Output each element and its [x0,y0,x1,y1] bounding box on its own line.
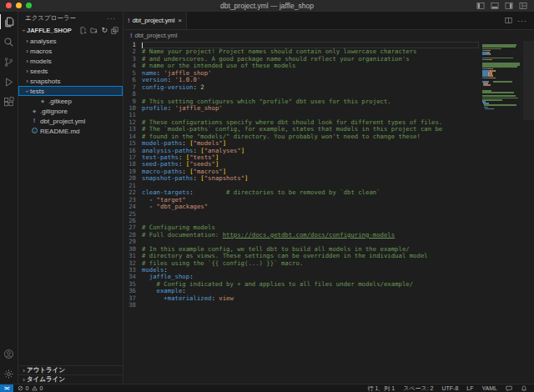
tree-item-analyses[interactable]: ›analyses [18,36,123,46]
info-file-icon: i [31,128,38,134]
line-content: - "dbt_packages" [142,204,479,210]
status-eol[interactable]: LF [466,385,473,391]
sidebar-section-label: タイムライン [27,375,65,384]
chevron-right-icon: › [21,367,27,374]
tree-item-models[interactable]: ›models [18,56,123,66]
code-lines: 12# Name your project! Project names sho… [123,42,479,309]
new-folder-icon[interactable] [90,27,98,34]
line-content: # files using the `{{ config(...) }}` ma… [142,260,479,267]
tree-item-tests[interactable]: ›tests [18,86,123,96]
more-actions-icon[interactable]: ··· [517,17,527,25]
problems-status[interactable]: 0 0 [18,385,43,391]
tree-item-label: .gitignore [40,108,68,115]
line-content: # Config indicated by + and applies to a… [142,281,479,288]
warning-icon [32,385,38,391]
status-indentation[interactable]: スペース: 2 [403,384,433,392]
sidebar-section[interactable]: ›タイムライン [18,374,123,384]
sidebar-title: エクスプローラー [25,14,76,23]
tree-item-label: analyses [30,38,57,45]
activity-explorer-icon[interactable] [0,12,18,32]
tree-item-gitignore[interactable]: ◆.gitignore [18,106,123,116]
code-line[interactable]: 24 - "dbt_packages" [123,204,479,210]
chevron-right-icon: › [21,376,27,384]
line-content [142,302,479,309]
yaml-file-icon: ! [128,17,130,24]
status-bar: >< 0 0 行 1、列 1スペース: 2UTF-8LFYAML [0,384,534,392]
toggle-panel-icon[interactable] [491,2,499,10]
error-icon [18,385,23,391]
status-cursor-position[interactable]: 行 1、列 1 [367,384,395,392]
activity-run-debug-icon[interactable] [0,72,18,92]
toggle-primary-sidebar-icon[interactable] [476,2,485,10]
tree-item-macros[interactable]: ›macros [18,46,123,56]
code-line[interactable]: 28# Full documentation: https://docs.get… [123,232,479,239]
yaml-file-icon: ! [31,118,38,124]
remote-indicator[interactable]: >< [0,384,13,392]
close-tab-icon[interactable]: × [178,17,182,24]
traffic-lights [6,3,32,8]
error-count: 0 [26,385,29,391]
tree-item-dbt-project-yml[interactable]: !dbt_project.yml [18,116,123,126]
tree-item-label: .gitkeep [48,98,72,105]
code-line[interactable]: 37 +materialized: view [123,295,479,302]
close-window-button[interactable] [6,3,12,8]
yaml-file-icon: ! [130,32,133,39]
activity-bar [0,12,18,384]
activity-search-icon[interactable] [0,32,18,52]
explorer-toolbar: ↻ [79,27,118,34]
code-line[interactable]: 38 [123,302,479,309]
activity-source-control-icon[interactable] [0,52,18,72]
breadcrumb-file: dbt_project.yml [135,32,178,39]
tree-item-seeds[interactable]: ›seeds [18,66,123,76]
line-content: snapshot-paths: ["snapshots"] [142,175,479,182]
layout-controls [476,2,527,10]
sidebar-section[interactable]: ›アウトライン [18,365,123,374]
activity-extensions-icon[interactable] [0,92,18,112]
editor-actions: ··· [505,12,534,29]
line-content [142,211,479,218]
explorer-sidebar: エクスプローラー ··· › JAFFLE_SHOP ↻ ›analyses›m… [18,12,123,384]
status-language-mode[interactable]: YAML [481,385,497,391]
sidebar-more-actions-icon[interactable]: ··· [107,15,116,23]
code-line[interactable]: 20snapshot-paths: ["snapshots"] [123,175,479,182]
code-line[interactable]: 32# files using the `{{ config(...) }}` … [123,260,479,267]
toggle-secondary-sidebar-icon[interactable] [505,2,513,10]
activity-account-icon[interactable] [0,344,18,364]
collapse-all-icon[interactable] [111,27,118,34]
status-encoding[interactable]: UTF-8 [441,385,458,391]
minimap-slider[interactable] [523,41,534,120]
activity-settings-icon[interactable] [0,364,18,384]
sidebar-header: エクスプローラー ··· [18,12,123,25]
code-line[interactable]: 25 [123,211,479,218]
tree-item-snapshots[interactable]: ›snapshots [18,76,123,86]
new-file-icon[interactable] [79,27,87,34]
line-content: clean-targets: # directories to be remov… [142,189,479,196]
vscode-window: dbt_project.yml — jaffle_shop エクスプローラー ·… [0,0,534,392]
line-number: 38 [123,302,142,309]
refresh-icon[interactable]: ↻ [101,27,108,34]
chevron-right-icon: › [24,48,30,55]
file-tree: ›analyses›macros›models›seeds›snapshots›… [18,36,123,365]
tab-bar: ! dbt_project.yml × ··· [123,12,534,30]
code-line[interactable]: 10profile: 'jaffle_shop' [123,105,479,112]
minimap[interactable] [482,43,522,112]
workbench: エクスプローラー ··· › JAFFLE_SHOP ↻ ›analyses›m… [0,12,534,384]
line-content: profile: 'jaffle_shop' [142,105,479,112]
bell-icon[interactable] [521,385,527,392]
feedback-icon[interactable] [506,385,512,392]
git-file-icon: ◆ [39,98,46,104]
tree-item-readme-md[interactable]: iREADME.md [18,126,123,136]
tab-dbt-project-yml[interactable]: ! dbt_project.yml × [123,12,187,29]
code-editor[interactable]: 12# Name your project! Project names sho… [123,41,534,384]
customize-layout-icon[interactable] [519,2,527,10]
tree-item-gitkeep[interactable]: ◆.gitkeep [18,96,123,106]
split-editor-icon[interactable] [505,17,512,24]
breadcrumb[interactable]: ! dbt_project.yml [123,30,534,41]
chevron-down-icon: › [23,88,31,94]
code-line[interactable]: 7config-version: 2 [123,84,479,91]
minimize-window-button[interactable] [16,3,22,8]
zoom-window-button[interactable] [26,3,32,8]
line-content: config-version: 2 [142,84,479,91]
project-root-row[interactable]: › JAFFLE_SHOP ↻ [18,25,123,36]
sidebar-section-label: アウトライン [27,366,65,374]
